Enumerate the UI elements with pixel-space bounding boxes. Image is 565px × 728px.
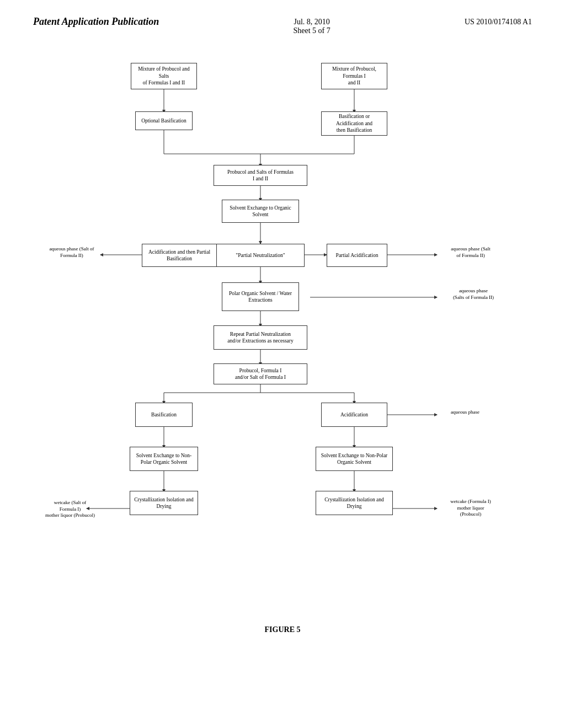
diagram-arrows	[45, 52, 520, 659]
box-repeat-partial-neutralization: Repeat Partial Neutralizationand/or Extr…	[214, 325, 307, 350]
publication-date: Jul. 8, 2010 Sheet 5 of 7	[293, 15, 330, 35]
box-acidification: Acidification	[321, 403, 387, 427]
box-solvent-exchange-organic: Solvent Exchange to OrganicSolvent	[222, 200, 299, 223]
side-label-aqueous-left-top: aqueous phase (Salt ofFormula II)	[45, 246, 98, 259]
patent-number: US 2010/0174108 A1	[465, 15, 532, 26]
box-solvent-exchange-nonpolar-left: Solvent Exchange to Non-Polar Organic So…	[130, 447, 198, 471]
box-partial-acidification: Partial Acidification	[327, 244, 387, 267]
side-label-wetcake-right: wetcake (Formula I)mother liquor(Probuco…	[440, 499, 501, 518]
box-probucol-salts-formulas: Probucol and Salts of FormulasI and II	[214, 165, 307, 186]
box-optional-basification: Optional Basification	[135, 111, 193, 130]
box-solvent-exchange-nonpolar-right: Solvent Exchange to Non-PolarOrganic Sol…	[316, 447, 393, 471]
box-partial-neutralization: "Partial Neutralization"	[216, 244, 305, 267]
box-polar-organic-extraction: Polar Organic Solvent / WaterExtractions	[222, 282, 299, 311]
side-label-aqueous-right-bot: aqueous phase	[440, 409, 490, 416]
side-label-aqueous-right-mid: aqueous phase(Salts of Formula II)	[440, 288, 507, 301]
box-mixture-probucol-formulas: Mixture of Probucol, Formulas Iand II	[321, 63, 387, 89]
side-label-wetcake-left: wetcake (Salt of Formula I)mother liquor…	[45, 500, 95, 519]
side-label-aqueous-right-top: aqueous phase (Saltof Formula II)	[440, 246, 501, 259]
box-mixture-probucol-salts: Mixture of Probucol and Saltsof Formulas…	[131, 63, 197, 89]
publication-title: Patent Application Publication	[33, 15, 159, 28]
box-crystallization-left: Crystallization Isolation andDrying	[130, 491, 198, 515]
box-probucol-formula-i: Probucol, Formula Iand/or Salt of Formul…	[214, 363, 307, 384]
page-header: Patent Application Publication Jul. 8, 2…	[0, 0, 565, 35]
box-acidification-partial-basification: Acidification and then PartialBasificati…	[142, 244, 217, 267]
box-basification-acidification: Basification or Acidification andthen Ba…	[321, 111, 387, 136]
box-basification: Basification	[135, 403, 193, 427]
box-crystallization-right: Crystallization Isolation andDrying	[316, 491, 393, 515]
diagram-area: Mixture of Probucol and Saltsof Formulas…	[45, 52, 520, 659]
